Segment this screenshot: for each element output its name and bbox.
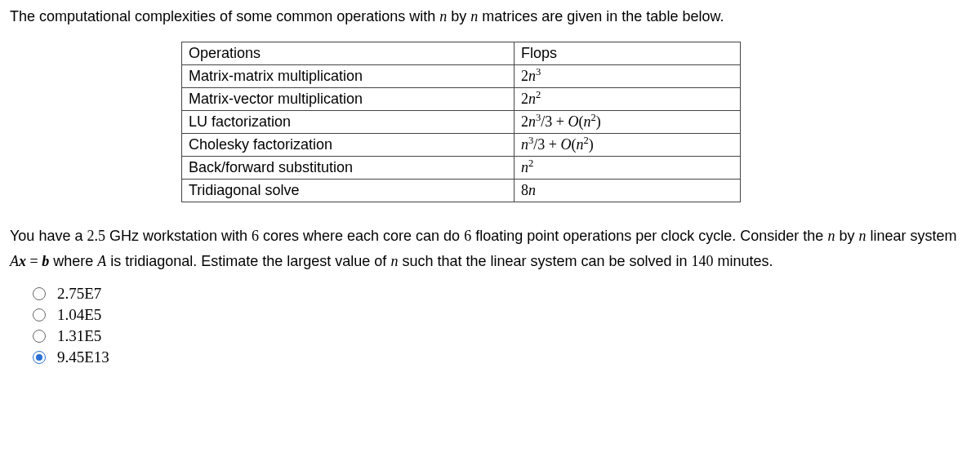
radio-button[interactable] [33, 287, 46, 300]
table-row: Cholesky factorizationn3/3 + O(n2) [182, 134, 741, 157]
q-eq: = [26, 253, 42, 269]
op-cell: Matrix-vector multiplication [182, 88, 514, 111]
intro-suffix: matrices are given in the table below. [478, 8, 724, 24]
option-row[interactable]: 9.45E13 [33, 348, 970, 366]
answer-options: 2.75E71.04E51.31E59.45E13 [33, 285, 970, 366]
option-label: 1.31E5 [57, 327, 101, 345]
table-row: Matrix-vector multiplication2n2 [182, 88, 741, 111]
table-row: Back/forward substitutionn2 [182, 157, 741, 180]
q-min: 140 [692, 253, 714, 269]
op-cell: LU factorization [182, 111, 514, 134]
op-cell: Back/forward substitution [182, 157, 514, 180]
intro-n1: n [439, 8, 447, 24]
radio-button[interactable] [33, 351, 46, 364]
q-p1: You have a [10, 228, 87, 244]
flops-cell: 8n [514, 180, 741, 202]
radio-button[interactable] [33, 330, 46, 343]
op-cell: Tridiagonal solve [182, 180, 514, 202]
q-cores: 6 [252, 228, 259, 244]
option-label: 1.04E5 [57, 306, 101, 324]
header-flops: Flops [514, 42, 741, 65]
radio-button[interactable] [33, 308, 46, 321]
q-b: b [42, 253, 49, 269]
complexity-table: Operations Flops Matrix-matrix multiplic… [181, 42, 741, 202]
op-cell: Matrix-matrix multiplication [182, 65, 514, 88]
q-x: x [19, 253, 26, 269]
q-p5: by [835, 228, 858, 244]
q-p9: such that the linear system can be solve… [398, 253, 691, 269]
table-row: Tridiagonal solve8n [182, 180, 741, 202]
table-row: LU factorization2n3/3 + O(n2) [182, 111, 741, 134]
table-row: Matrix-matrix multiplication2n3 [182, 65, 741, 88]
table-header-row: Operations Flops [182, 42, 741, 65]
q-A2: A [97, 253, 106, 269]
option-row[interactable]: 1.31E5 [33, 327, 970, 345]
op-cell: Cholesky factorization [182, 134, 514, 157]
intro-text: The computational complexities of some c… [10, 7, 970, 27]
header-operations: Operations [182, 42, 514, 65]
option-row[interactable]: 2.75E7 [33, 285, 970, 303]
intro-prefix: The computational complexities of some c… [10, 8, 439, 24]
q-A: A [10, 253, 19, 269]
flops-cell: 2n3/3 + O(n2) [514, 111, 741, 134]
flops-cell: 2n3 [514, 65, 741, 88]
flops-cell: 2n2 [514, 88, 741, 111]
q-p3: cores where each core can do [259, 228, 464, 244]
flops-cell: n3/3 + O(n2) [514, 134, 741, 157]
q-p10: minutes. [714, 253, 773, 269]
question-text: You have a 2.5 GHz workstation with 6 co… [10, 224, 970, 273]
q-p4: floating point operations per clock cycl… [471, 228, 827, 244]
option-label: 2.75E7 [57, 285, 101, 303]
option-label: 9.45E13 [57, 348, 109, 366]
option-row[interactable]: 1.04E5 [33, 306, 970, 324]
q-ghz: 2.5 [87, 228, 105, 244]
q-fpc: 6 [464, 228, 471, 244]
intro-n2: n [470, 8, 478, 24]
intro-by: by [447, 8, 470, 24]
q-p7: where [49, 253, 97, 269]
q-p2: GHz workstation with [105, 228, 252, 244]
q-p8: is tridiagonal. Estimate the largest val… [106, 253, 390, 269]
q-p6: linear system [866, 228, 956, 244]
flops-cell: n2 [514, 157, 741, 180]
